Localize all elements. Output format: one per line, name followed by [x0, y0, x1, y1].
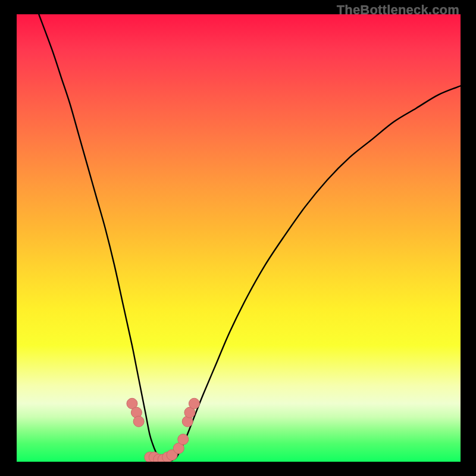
data-marker	[178, 434, 189, 444]
attribution-label: TheBottleneck.com	[337, 2, 459, 18]
chart-frame	[17, 14, 461, 462]
data-marker	[189, 398, 199, 409]
marker-group	[127, 398, 199, 462]
data-marker	[133, 416, 144, 427]
marker-layer	[17, 14, 461, 462]
